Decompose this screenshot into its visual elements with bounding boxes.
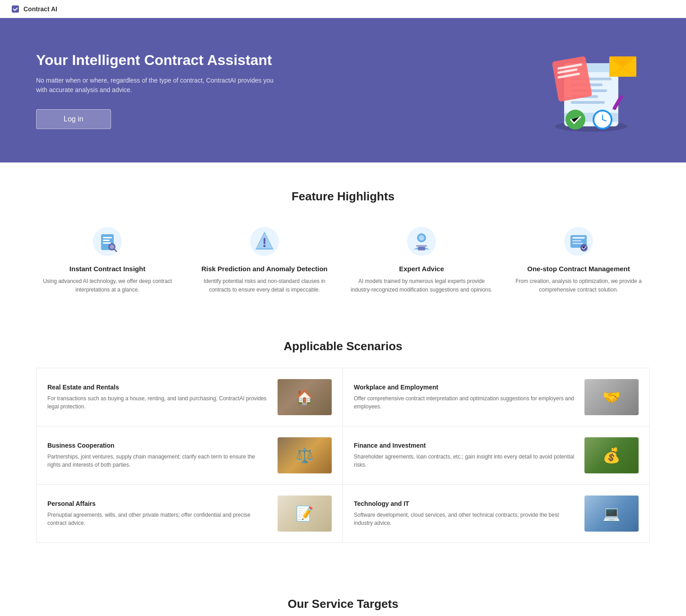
- service-targets-title: Our Service Targets: [36, 597, 650, 611]
- risk-icon: [248, 225, 281, 258]
- feature-item-risk: Risk Prediction and Anomaly Detection Id…: [193, 225, 336, 294]
- features-section: Feature Highlights Instant Contract Insi…: [0, 162, 686, 321]
- feature-desc-insight: Using advanced AI technology, we offer d…: [36, 277, 179, 294]
- svg-point-40: [419, 235, 424, 241]
- scenarios-grid: Real Estate and Rentals For transactions…: [36, 368, 650, 543]
- svg-rect-28: [103, 240, 110, 241]
- scenario-desc-personal: Prenuptial agreements, wills, and other …: [47, 511, 269, 527]
- service-targets-section: Our Service Targets: [0, 570, 686, 616]
- scenario-name-tech: Technology and IT: [354, 500, 575, 507]
- feature-name-risk: Risk Prediction and Anomaly Detection: [201, 265, 328, 273]
- scenario-desc-finance: Shareholder agreements, loan contracts, …: [354, 453, 575, 469]
- svg-point-37: [264, 245, 266, 247]
- scenario-name-business: Business Cooperation: [47, 442, 269, 449]
- logo-icon: [11, 5, 20, 14]
- scenario-desc-business: Partnerships, joint ventures, supply cha…: [47, 453, 269, 469]
- scenario-personal: Personal Affairs Prenuptial agreements, …: [37, 485, 343, 542]
- scenario-name-workplace: Workplace and Employment: [354, 384, 575, 391]
- scenarios-section: Applicable Scenarios Real Estate and Ren…: [0, 321, 686, 570]
- expert-icon: [405, 225, 438, 258]
- management-icon: [562, 225, 595, 258]
- scenario-desc-tech: Software development, cloud services, an…: [354, 511, 575, 527]
- hero-section: Your Intelligent Contract Assistant No m…: [0, 18, 686, 162]
- logo: Contract AI: [11, 5, 57, 14]
- scenario-business: Business Cooperation Partnerships, joint…: [37, 426, 343, 485]
- feature-desc-risk: Identify potential risks and non-standar…: [193, 277, 336, 294]
- hero-illustration: [533, 45, 650, 135]
- feature-item-insight: Instant Contract Insight Using advanced …: [36, 225, 179, 294]
- feature-name-expert: Expert Advice: [399, 265, 444, 273]
- scenario-img-real-estate: 🏠: [278, 379, 332, 415]
- svg-rect-36: [264, 238, 265, 244]
- insight-icon: [91, 225, 124, 258]
- features-grid: Instant Contract Insight Using advanced …: [36, 225, 650, 294]
- scenario-finance: Finance and Investment Shareholder agree…: [343, 426, 649, 485]
- svg-rect-27: [103, 237, 112, 238]
- hero-title: Your Intelligent Contract Assistant: [36, 51, 280, 69]
- header-title: Contract AI: [23, 5, 57, 13]
- scenario-img-workplace: 🤝: [584, 379, 639, 415]
- feature-desc-expert: AI models trained by numerous legal expe…: [350, 277, 493, 294]
- feature-desc-management: From creation, analysis to optimization,…: [507, 277, 650, 294]
- scenario-img-personal: 📝: [278, 496, 332, 532]
- scenario-desc-real-estate: For transactions such as buying a house,…: [47, 394, 269, 411]
- hero-content: Your Intelligent Contract Assistant No m…: [36, 51, 280, 129]
- feature-name-insight: Instant Contract Insight: [70, 265, 145, 273]
- svg-rect-9: [571, 101, 605, 104]
- header: Contract AI: [0, 0, 686, 18]
- feature-name-management: One-stop Contract Management: [527, 265, 630, 273]
- svg-rect-46: [572, 240, 581, 241]
- svg-rect-29: [103, 242, 111, 244]
- scenario-name-real-estate: Real Estate and Rentals: [47, 384, 269, 391]
- feature-item-expert: Expert Advice AI models trained by numer…: [350, 225, 493, 294]
- svg-rect-47: [572, 243, 583, 244]
- scenario-name-finance: Finance and Investment: [354, 442, 575, 449]
- svg-rect-45: [572, 237, 585, 239]
- scenarios-title: Applicable Scenarios: [36, 339, 650, 353]
- svg-rect-10: [552, 56, 592, 102]
- feature-item-management: One-stop Contract Management From creati…: [507, 225, 650, 294]
- scenario-real-estate: Real Estate and Rentals For transactions…: [37, 368, 343, 426]
- svg-rect-41: [418, 247, 425, 250]
- scenario-img-business: ⚖️: [278, 437, 332, 473]
- scenario-img-tech: 💻: [584, 496, 639, 532]
- scenario-img-finance: 💰: [584, 437, 639, 473]
- svg-point-31: [110, 245, 114, 249]
- svg-rect-0: [12, 5, 19, 13]
- svg-rect-42: [416, 245, 427, 247]
- scenario-name-personal: Personal Affairs: [47, 500, 269, 507]
- login-button[interactable]: Log in: [36, 109, 111, 129]
- scenario-desc-workplace: Offer comprehensive contract interpretat…: [354, 394, 575, 411]
- scenario-tech: Technology and IT Software development, …: [343, 485, 649, 542]
- hero-subtitle: No matter when or where, regardless of t…: [36, 76, 280, 95]
- scenario-workplace: Workplace and Employment Offer comprehen…: [343, 368, 649, 426]
- features-title: Feature Highlights: [36, 190, 650, 204]
